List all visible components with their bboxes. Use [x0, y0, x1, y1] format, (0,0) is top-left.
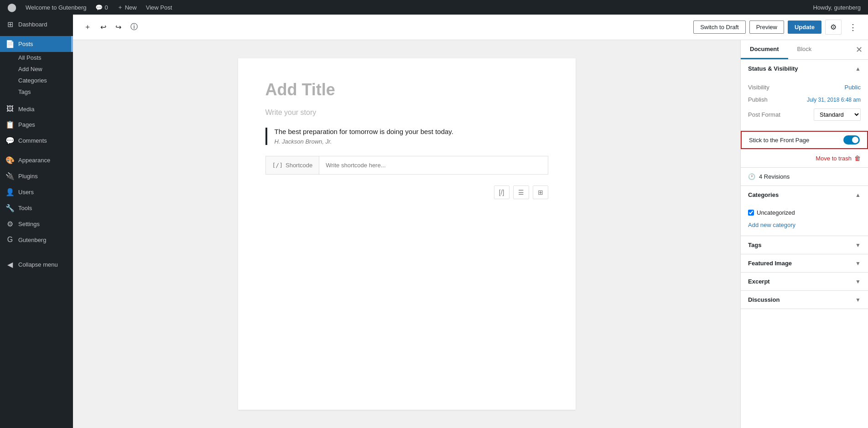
move-to-trash-link[interactable]: Move to trash — [816, 155, 852, 162]
publish-value[interactable]: July 31, 2018 6:48 am — [807, 97, 861, 103]
chevron-down-excerpt-icon: ▼ — [855, 278, 861, 285]
admin-bar-site[interactable]: Welcome to Gutenberg — [22, 0, 90, 15]
admin-bar-comments[interactable]: 💬 0 — [92, 0, 111, 15]
admin-bar-comments-count: 0 — [104, 4, 108, 11]
switch-to-draft-button[interactable]: Switch to Draft — [693, 21, 746, 34]
sidebar-item-appearance[interactable]: 🎨 Appearance — [0, 152, 73, 168]
post-format-select[interactable]: Standard — [814, 108, 861, 121]
more-options-button[interactable]: ⋮ — [845, 20, 861, 35]
categories-title: Categories — [748, 191, 779, 198]
admin-bar-wp-logo[interactable]: ⬤ — [4, 0, 20, 15]
chevron-down-tags-icon: ▼ — [855, 242, 861, 248]
stick-toggle[interactable] — [843, 135, 860, 144]
sidebar: ⊞ Dashboard 📄 Posts All Posts Add New Ca… — [0, 15, 73, 428]
editor-area: ＋ ↩ ↪ ⓘ Switch to Draft Preview Update ⚙… — [73, 15, 868, 428]
add-block-button[interactable]: ＋ — [80, 20, 95, 35]
uncategorized-label: Uncategorized — [757, 209, 795, 216]
sidebar-item-posts[interactable]: 📄 Posts — [0, 36, 73, 52]
add-new-category-link[interactable]: Add new category — [748, 222, 861, 228]
status-visibility-header[interactable]: Status & Visibility ▲ — [741, 60, 868, 77]
blockquote-text: The best preparation for tomorrow is doi… — [275, 128, 548, 135]
sidebar-subitem-categories[interactable]: Categories — [0, 75, 73, 86]
post-body-placeholder[interactable]: Write your story — [265, 108, 548, 117]
admin-bar-howdy: Howdy, gutenberg — [809, 4, 864, 11]
undo-button[interactable]: ↩ — [97, 20, 110, 34]
sidebar-subitem-all-posts[interactable]: All Posts — [0, 52, 73, 63]
right-panel: Document Block ✕ Status & Visibility ▲ — [740, 40, 868, 428]
settings-panel-button[interactable]: ⚙ — [825, 20, 842, 35]
editor-main: Add Title Write your story The best prep… — [73, 40, 868, 428]
tools-icon: 🔧 — [5, 204, 15, 212]
sidebar-item-plugins[interactable]: 🔌 Plugins — [0, 168, 73, 184]
plugins-icon: 🔌 — [5, 172, 15, 180]
publish-label: Publish — [748, 96, 768, 103]
status-visibility-title: Status & Visibility — [748, 65, 798, 72]
info-button[interactable]: ⓘ — [127, 20, 141, 35]
sidebar-item-comments[interactable]: 💬 Comments — [0, 133, 73, 149]
insert-image-button[interactable]: ⊞ — [533, 186, 548, 199]
insert-table-button[interactable]: ☰ — [513, 186, 529, 199]
insert-shortcode-button[interactable]: [/] — [494, 186, 509, 199]
redo-button[interactable]: ↪ — [112, 20, 125, 34]
sidebar-label-users: Users — [18, 189, 34, 196]
section-tags: Tags ▼ — [741, 236, 868, 254]
uncategorized-checkbox[interactable] — [748, 210, 754, 216]
sidebar-label-appearance: Appearance — [18, 157, 50, 164]
sidebar-label-posts: Posts — [18, 41, 33, 47]
discussion-header[interactable]: Discussion ▼ — [741, 291, 868, 309]
plus-icon: ＋ — [117, 3, 123, 11]
appearance-icon: 🎨 — [5, 156, 15, 165]
sidebar-item-collapse[interactable]: ◀ Collapse menu — [0, 257, 73, 273]
gutenberg-icon: G — [5, 236, 15, 244]
sidebar-label-pages: Pages — [18, 121, 35, 128]
featured-image-header[interactable]: Featured Image ▼ — [741, 254, 868, 272]
sidebar-subitem-add-new[interactable]: Add New — [0, 63, 73, 75]
all-posts-label: All Posts — [18, 54, 42, 61]
section-excerpt: Excerpt ▼ — [741, 273, 868, 291]
tags-header[interactable]: Tags ▼ — [741, 236, 868, 254]
revisions-row[interactable]: 🕐 4 Revisions — [741, 168, 868, 186]
sidebar-item-dashboard[interactable]: ⊞ Dashboard — [0, 16, 73, 32]
sidebar-item-users[interactable]: 👤 Users — [0, 184, 73, 200]
featured-image-title: Featured Image — [748, 260, 792, 267]
sidebar-label-comments: Comments — [18, 137, 47, 144]
blockquote-block: The best preparation for tomorrow is doi… — [265, 128, 548, 145]
sidebar-item-settings[interactable]: ⚙ Settings — [0, 216, 73, 232]
panel-close-button[interactable]: ✕ — [850, 41, 868, 58]
post-title[interactable]: Add Title — [265, 80, 548, 99]
trash-icon: 🗑 — [854, 155, 861, 162]
visibility-label: Visibility — [748, 84, 769, 91]
admin-bar-view-post-label: View Post — [146, 4, 172, 11]
stick-to-front-page-label: Stick to the Front Page — [749, 137, 809, 144]
shortcode-input[interactable] — [319, 156, 547, 174]
tab-document[interactable]: Document — [741, 40, 788, 59]
section-discussion: Discussion ▼ — [741, 291, 868, 309]
visibility-value[interactable]: Public — [845, 84, 861, 91]
chevron-down-featured-icon: ▼ — [855, 260, 861, 267]
admin-bar-site-label: Welcome to Gutenberg — [26, 4, 86, 11]
preview-button[interactable]: Preview — [749, 21, 784, 34]
sidebar-subitem-tags[interactable]: Tags — [0, 86, 73, 98]
section-status-visibility: Status & Visibility ▲ Visibility Public … — [741, 60, 868, 168]
post-format-label: Post Format — [748, 111, 780, 118]
tab-block[interactable]: Block — [788, 40, 821, 59]
admin-bar-new[interactable]: ＋ New — [114, 0, 140, 15]
sidebar-label-gutenberg: Gutenberg — [18, 237, 46, 243]
categories-header[interactable]: Categories ▲ — [741, 186, 868, 204]
sidebar-label-media: Media — [18, 106, 34, 113]
shortcode-block: [/] Shortcode — [265, 156, 548, 175]
update-button[interactable]: Update — [788, 21, 821, 34]
comments-icon: 💬 — [5, 136, 15, 145]
admin-bar-view-post[interactable]: View Post — [142, 0, 176, 15]
sidebar-item-gutenberg[interactable]: G Gutenberg — [0, 232, 73, 248]
sidebar-item-pages[interactable]: 📋 Pages — [0, 117, 73, 133]
admin-bar-new-label: New — [125, 4, 137, 11]
categories-body: Uncategorized Add new category — [741, 204, 868, 236]
sidebar-item-tools[interactable]: 🔧 Tools — [0, 200, 73, 216]
excerpt-header[interactable]: Excerpt ▼ — [741, 273, 868, 290]
media-icon: 🖼 — [5, 105, 15, 113]
categories-label: Categories — [18, 77, 47, 84]
revisions-count: 4 Revisions — [759, 173, 790, 180]
editor-toolbar: ＋ ↩ ↪ ⓘ Switch to Draft Preview Update ⚙… — [73, 15, 868, 40]
sidebar-item-media[interactable]: 🖼 Media — [0, 101, 73, 117]
